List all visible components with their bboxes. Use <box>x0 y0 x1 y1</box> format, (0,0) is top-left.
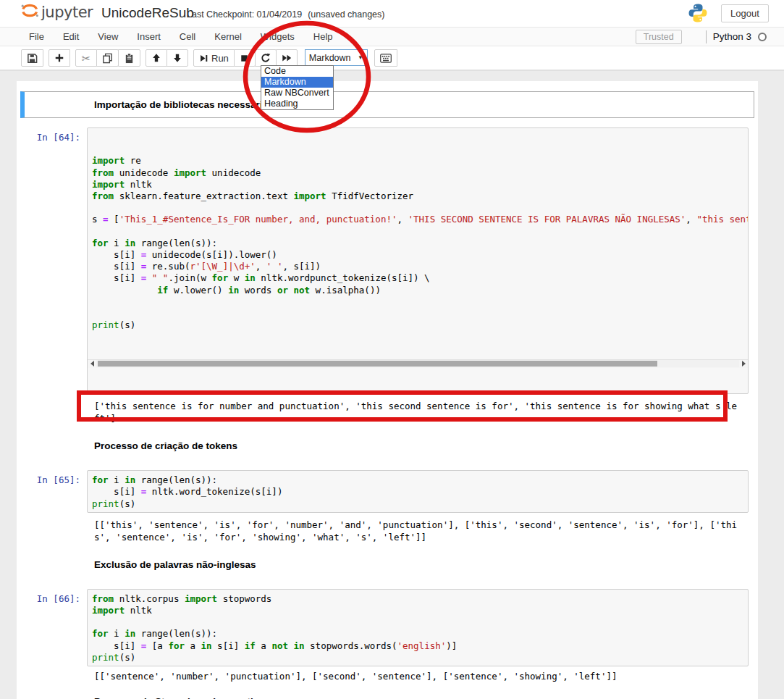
run-button-label: Run <box>211 53 229 64</box>
menu-kernel[interactable]: Kernel <box>205 28 251 45</box>
checkpoint-status: Last Checkpoint: 01/04/2019(unsaved chan… <box>187 9 390 20</box>
output-row-64: ['this sentence is for number and punctu… <box>87 394 758 430</box>
code-cell-65: In [65]: for i in range(len(s)): s[i] = … <box>17 461 758 513</box>
clipboard-icon <box>124 53 135 64</box>
cell-type-option-markdown[interactable]: Markdown <box>261 77 333 88</box>
scroll-left-arrow-icon[interactable] <box>88 360 96 367</box>
keyboard-icon <box>380 54 392 63</box>
cell-type-option-raw[interactable]: Raw NBConvert <box>261 88 333 99</box>
arrow-up-icon <box>151 53 161 63</box>
notebook-container: Importação de bibliotecas necessárias In… <box>17 81 758 699</box>
code-input-65[interactable]: for i in range(len(s)): s[i] = nltk.word… <box>87 470 749 513</box>
scroll-right-arrow-icon[interactable] <box>739 360 748 367</box>
cell-type-option-heading[interactable]: Heading <box>261 99 333 109</box>
stop-icon <box>240 54 249 63</box>
code-input-66[interactable]: from nltk.corpus import stopwordsimport … <box>87 589 749 666</box>
cell-type-select[interactable]: Markdown ▼ <box>305 49 368 66</box>
kernel-name: Python 3 <box>713 31 751 42</box>
cell-type-value: Markdown <box>309 53 351 63</box>
markdown-cell-import-title[interactable]: Importação de bibliotecas necessárias <box>20 91 754 118</box>
step-forward-icon <box>199 54 208 63</box>
interrupt-kernel-button[interactable] <box>234 49 256 67</box>
paste-cell-button[interactable] <box>118 49 140 67</box>
jupyter-logo-dot <box>22 5 24 7</box>
fast-forward-icon <box>282 53 292 63</box>
input-prompt-65: In [65]: <box>20 470 87 513</box>
code-cell-64: In [64]: import refrom unidecode import … <box>17 118 758 394</box>
run-cell-button[interactable]: Run <box>193 49 235 67</box>
move-cell-down-button[interactable] <box>167 49 188 67</box>
notebook-title[interactable]: UnicodeReSub <box>101 5 194 21</box>
output-66: [['sentence', 'number', 'punctuation'], … <box>87 666 742 686</box>
save-button[interactable] <box>21 49 43 67</box>
python-icon <box>688 3 708 26</box>
copy-cell-button[interactable] <box>96 49 119 67</box>
menu-widgets[interactable]: Widgets <box>251 28 304 45</box>
jupyter-logo[interactable]: jupyter <box>20 2 94 28</box>
jupyter-logo-lower-crescent <box>23 12 37 16</box>
move-cell-up-button[interactable] <box>146 49 167 67</box>
cell-type-dropdown-list: Code Markdown Raw NBConvert Heading <box>261 65 334 110</box>
horizontal-scrollbar[interactable] <box>88 359 748 368</box>
output-row-66: [['sentence', 'number', 'punctuation'], … <box>87 666 758 686</box>
scrollbar-track[interactable] <box>96 360 739 367</box>
menu-help[interactable]: Help <box>304 28 342 45</box>
input-prompt-64: In [64]: <box>20 127 87 394</box>
plus-icon <box>54 53 64 63</box>
notebook-page: Importação de bibliotecas necessárias In… <box>0 71 784 699</box>
jupyter-logo-dot <box>36 14 38 17</box>
arrow-down-icon <box>172 53 182 63</box>
menu-insert[interactable]: Insert <box>127 28 170 45</box>
markdown-cell-stopwords-title[interactable]: Exclusão de palavras não-inglesas <box>17 549 758 579</box>
autosave-status: (unsaved changes) <box>308 9 384 20</box>
output-65: [['this', 'sentence', 'is', 'for', 'numb… <box>87 513 742 549</box>
trusted-badge[interactable]: Trusted <box>636 30 682 44</box>
kernel-separator <box>706 30 707 43</box>
jupyter-logo-upper-crescent <box>23 5 37 9</box>
notebook-header: jupyter UnicodeReSub Last Checkpoint: 01… <box>0 0 784 27</box>
menubar: File Edit View Insert Cell Kernel Widget… <box>0 27 784 46</box>
code-input-64[interactable]: import refrom unidecode import unidecode… <box>87 127 749 394</box>
refresh-icon <box>261 53 271 63</box>
menu-file[interactable]: File <box>20 28 54 45</box>
floppy-icon <box>27 53 38 64</box>
scrollbar-thumb[interactable] <box>98 361 657 367</box>
kernel-idle-indicator-icon <box>758 33 767 41</box>
scissors-icon: ✂ <box>82 53 91 64</box>
command-palette-button[interactable] <box>374 49 397 67</box>
code-cell-66: In [66]: from nltk.corpus import stopwor… <box>17 579 758 666</box>
jupyter-logo-text: jupyter <box>41 4 93 21</box>
chevron-down-icon: ▼ <box>358 54 363 61</box>
output-64: ['this sentence is for number and punctu… <box>87 394 742 430</box>
menu-edit[interactable]: Edit <box>54 28 88 45</box>
menu-cell[interactable]: Cell <box>170 28 205 45</box>
markdown-cell-stemming-title[interactable]: Processo de Stemming e Lemmatizer <box>17 686 758 699</box>
logout-button[interactable]: Logout <box>721 4 769 22</box>
output-row-65: [['this', 'sentence', 'is', 'for', 'numb… <box>87 513 758 549</box>
cut-cell-button[interactable]: ✂ <box>75 49 97 67</box>
input-prompt-66: In [66]: <box>20 589 87 666</box>
cell-type-option-code[interactable]: Code <box>261 66 333 77</box>
add-cell-button[interactable] <box>49 49 70 67</box>
restart-run-all-button[interactable] <box>276 49 298 67</box>
checkpoint-text: Last Checkpoint: 01/04/2019 <box>187 9 302 20</box>
restart-kernel-button[interactable] <box>255 49 277 67</box>
toolbar: ✂ Run Markdown ▼ <box>0 46 784 70</box>
markdown-cell-tokens-title[interactable]: Processo de criação de tokens <box>17 430 758 461</box>
menu-view[interactable]: View <box>88 28 127 45</box>
menubar-right: Trusted Python 3 <box>636 28 767 46</box>
copy-icon <box>102 53 113 64</box>
